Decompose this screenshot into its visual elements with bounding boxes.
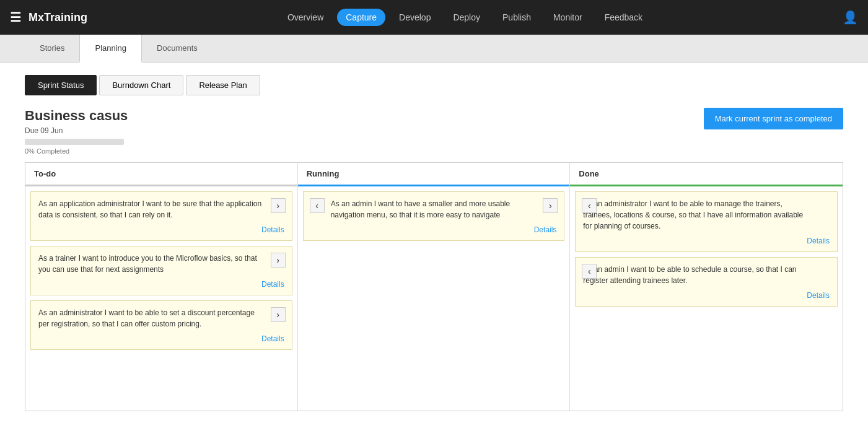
kanban-cards-done: ‹As an administrator I want to be able t… [570,186,843,312]
kanban-col-header-done: Done [570,163,843,186]
kanban-card: ›As an application administrator I want … [30,191,292,241]
card-left-arrow-button[interactable]: ‹ [582,264,597,279]
sprint-header: Business casus Due 09 Jun 0% Completed M… [25,108,843,155]
user-icon[interactable]: 👤 [843,10,858,25]
card-right-arrow-button[interactable]: › [271,198,286,213]
kanban-col-done: Done‹As an administrator I want to be ab… [570,163,843,411]
nav-link-feedback[interactable]: Feedback [596,9,651,26]
sprint-due: Due 09 Jun [25,126,128,135]
nav-link-monitor[interactable]: Monitor [545,9,591,26]
card-left-arrow-button[interactable]: ‹ [582,198,597,213]
tabs-bar: StoriesPlanningDocuments [0,35,868,63]
kanban-card-text: As an application administrator I want t… [38,198,284,220]
kanban-cards-running: ‹›As an admin I want to have a smaller a… [298,186,570,246]
kanban-card: ‹›As an admin I want to have a smaller a… [303,191,565,241]
card-left-arrow-button[interactable]: ‹ [310,198,325,213]
progress-text: 0% Completed [25,147,128,155]
kanban-col-todo: To-do›As an application administrator I … [25,163,298,411]
kanban-card: ›As an administrator I want to be able t… [30,300,292,350]
kanban-col-header-running: Running [298,163,570,186]
kanban-col-running: Running‹›As an admin I want to have a sm… [298,163,571,411]
tab-planning[interactable]: Planning [79,35,142,63]
kanban-card-text: As an administrator I want to be able to… [38,307,284,329]
sub-tab-release-plan[interactable]: Release Plan [186,75,260,95]
kanban-card-details-link[interactable]: Details [583,237,830,245]
nav-link-capture[interactable]: Capture [337,9,385,26]
sub-tab-sprint-status[interactable]: Sprint Status [25,75,97,95]
tab-documents[interactable]: Documents [142,35,213,63]
kanban-card-details-link[interactable]: Details [583,291,830,300]
kanban-card: ‹As an administrator I want to be able t… [575,191,838,252]
kanban-col-header-todo: To-do [25,163,297,186]
mark-complete-button[interactable]: Mark current sprint as completed [704,108,843,129]
nav-link-publish[interactable]: Publish [494,9,540,26]
kanban-card-details-link[interactable]: Details [38,225,284,234]
kanban-card-text: As an admin I want to have a smaller and… [331,198,557,220]
kanban-card-details-link[interactable]: Details [331,225,557,234]
nav-link-overview[interactable]: Overview [279,9,332,26]
sub-tabs: Sprint StatusBurndown ChartRelease Plan [25,75,843,95]
hamburger-icon[interactable]: ☰ [10,10,21,25]
sub-tab-burndown-chart[interactable]: Burndown Chart [99,75,183,95]
kanban-card-text: As a trainer I want to introduce you to … [38,253,284,275]
kanban-card-details-link[interactable]: Details [38,280,284,289]
main-content: Sprint StatusBurndown ChartRelease Plan … [0,63,868,423]
navbar: ☰ MxTraining OverviewCaptureDevelopDeplo… [0,0,868,35]
card-right-arrow-button[interactable]: › [271,307,286,322]
kanban-card-text: As an administrator I want to be able to… [583,198,830,232]
sprint-title: Business casus [25,108,128,124]
card-right-arrow-button[interactable]: › [271,253,286,268]
nav-link-develop[interactable]: Develop [390,9,439,26]
card-right-arrow-button[interactable]: › [543,198,558,213]
brand-name: MxTraining [28,11,87,24]
nav-link-deploy[interactable]: Deploy [444,9,489,26]
kanban-card-text: As an admin I want to be able to schedul… [583,264,830,286]
progress-bar-container [25,139,124,145]
kanban-board: To-do›As an application administrator I … [25,162,843,411]
sprint-info: Business casus Due 09 Jun 0% Completed [25,108,128,155]
brand: ☰ MxTraining [10,10,87,25]
tab-stories[interactable]: Stories [25,35,79,63]
kanban-card: ›As a trainer I want to introduce you to… [30,246,292,295]
kanban-cards-todo: ›As an application administrator I want … [25,186,297,355]
nav-links: OverviewCaptureDevelopDeployPublishMonit… [102,9,828,26]
kanban-card: ‹As an admin I want to be able to schedu… [575,257,838,307]
kanban-card-details-link[interactable]: Details [38,334,284,343]
